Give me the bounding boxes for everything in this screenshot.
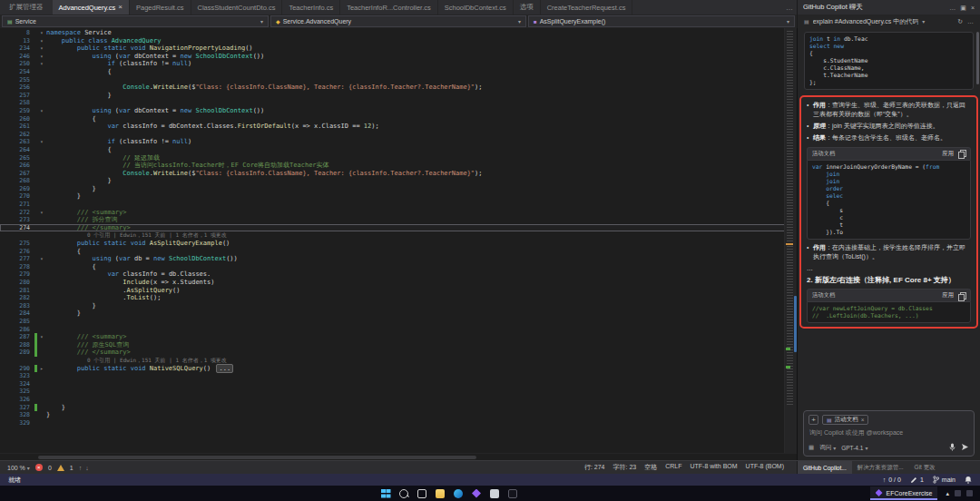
error-icon[interactable]: × xyxy=(35,464,43,471)
edge-icon[interactable] xyxy=(454,489,463,498)
zoom-select[interactable]: 100 %▾ xyxy=(7,465,30,471)
code-line[interactable]: 288 /// 原生SQL查询 xyxy=(0,341,797,349)
panel-tab[interactable]: Git 更改 xyxy=(909,461,941,474)
code-line[interactable]: 276 { xyxy=(0,248,797,256)
git-branch[interactable]: main xyxy=(933,476,956,484)
code-line[interactable]: 261 var classInfo = dbContext.Classes.Fi… xyxy=(0,123,797,131)
chevron-up-icon[interactable]: ▴ xyxy=(946,490,949,497)
panel-tab[interactable]: GitHub Copilot... xyxy=(798,461,852,474)
code-line[interactable]: 278 { xyxy=(0,263,797,271)
document-info-item[interactable]: 字符: 23 xyxy=(613,463,637,472)
code-line[interactable]: 262 xyxy=(0,131,797,139)
code-line[interactable]: 275 public static void AsSplitQueryExamp… xyxy=(0,240,797,248)
tab-overflow-icon[interactable]: … xyxy=(782,0,797,15)
task-view-icon[interactable] xyxy=(417,489,426,498)
search-icon[interactable] xyxy=(399,489,408,498)
code-line[interactable]: 267 Console.WriteLine($"Class: {classInf… xyxy=(0,170,797,178)
fold-icon[interactable]: ▾ xyxy=(37,44,46,53)
document-tab[interactable]: TeacherInfo.cs xyxy=(282,0,340,15)
add-context-button[interactable]: + xyxy=(808,415,818,425)
breadcrumb-member[interactable]: ■ AsSplitQueryExample() ▾ xyxy=(528,15,795,27)
error-count[interactable]: 0 xyxy=(48,465,52,471)
apply-button[interactable]: 应用 xyxy=(942,150,954,158)
tab-close-icon[interactable]: × xyxy=(118,4,122,11)
model-select[interactable]: GPT-4.1▾ xyxy=(841,445,867,451)
code-line[interactable]: 255 xyxy=(0,76,797,84)
code-line[interactable]: 284 } xyxy=(0,309,797,318)
code-line[interactable]: 326 xyxy=(0,396,797,404)
pending-edits[interactable]: 1 xyxy=(910,476,924,484)
code-line[interactable]: 328} xyxy=(0,411,797,419)
database-icon[interactable] xyxy=(490,489,499,498)
code-line[interactable]: 325 xyxy=(0,388,797,396)
visual-studio-icon[interactable] xyxy=(472,489,481,498)
fold-icon[interactable]: ▸ xyxy=(37,365,46,373)
code-line[interactable]: 329 xyxy=(0,419,797,427)
document-info-item[interactable]: UTF-8 (BOM) xyxy=(746,463,784,472)
code-line[interactable]: 234▾ public static void NavigationProper… xyxy=(0,44,797,53)
send-icon[interactable] xyxy=(961,443,969,452)
code-line[interactable]: 279 var classInfo = db.Classes. xyxy=(0,270,797,279)
code-line[interactable]: 282 .ToList(); xyxy=(0,294,797,302)
panel-tab[interactable]: 解决方案资源管... xyxy=(852,461,909,474)
fold-icon[interactable]: ▾ xyxy=(37,37,46,45)
code-line[interactable]: 269 } xyxy=(0,185,797,193)
document-tab[interactable]: AdvancedQuery.cs× xyxy=(53,0,130,15)
code-line[interactable]: 280 Include(x => x.Students) xyxy=(0,279,797,287)
fold-icon[interactable]: ▾ xyxy=(37,209,46,217)
code-line[interactable]: 254 { xyxy=(0,68,797,76)
breadcrumb-type[interactable]: ◆ Service.AdvancedQuery ▾ xyxy=(270,15,526,27)
minimap[interactable] xyxy=(784,28,797,453)
copy-icon[interactable] xyxy=(958,292,965,300)
codelens-info[interactable]: 0 个引用 | Edwin，151 天前 | 1 名作者，1 项更改 xyxy=(0,231,797,240)
warning-count[interactable]: 1 xyxy=(70,465,74,471)
document-info-item[interactable]: UTF-8 with BOM xyxy=(690,463,737,472)
fold-icon[interactable]: ▾ xyxy=(37,29,46,37)
code-line[interactable]: 273 /// 拆分查询 xyxy=(0,216,797,224)
code-line[interactable]: 277▾ using (var db = new SchoolDbContext… xyxy=(0,255,797,263)
copilot-prompt-row[interactable]: ▤ explain #AdvancedQuery.cs 中的代码 ▾ ↻ … xyxy=(797,15,980,28)
chevron-down-icon[interactable]: ▾ xyxy=(922,18,925,25)
scrollbar-thumb[interactable] xyxy=(38,456,476,459)
code-line[interactable]: 289 /// </summary> xyxy=(0,349,797,357)
panel-scrollbar-thumb[interactable] xyxy=(976,32,979,84)
active-document-chip[interactable]: ▤ 活动文档 × xyxy=(822,415,868,425)
terminal-icon[interactable] xyxy=(508,489,517,498)
document-info-item[interactable]: CRLF xyxy=(665,463,681,472)
code-line[interactable]: 272▾ /// <summary> xyxy=(0,209,797,217)
apply-button[interactable]: 应用 xyxy=(942,291,954,300)
fold-icon[interactable]: ▾ xyxy=(37,53,46,61)
mode-select[interactable]: 询问▾ xyxy=(819,444,836,452)
code-line[interactable]: 8▾namespace Service xyxy=(0,29,797,37)
copilot-chat-input[interactable]: + ▤ 活动文档 × 询问 Copilot 或使用 @workspace ▦ 询… xyxy=(803,410,975,457)
more-icon[interactable]: … xyxy=(949,5,956,11)
code-line[interactable]: 287▾ /// <summary> xyxy=(0,333,797,341)
code-line[interactable]: 324 xyxy=(0,380,797,388)
code-line[interactable]: 13▾ public class AdvancedQuery xyxy=(0,37,797,45)
tool-tab-extension-manager[interactable]: 扩展管理器 xyxy=(0,0,53,15)
document-info-item[interactable]: 行: 274 xyxy=(584,463,605,472)
document-tab[interactable]: SchoolDbContext.cs xyxy=(438,0,514,15)
network-icon[interactable] xyxy=(955,490,961,496)
code-line[interactable]: 274 /// </summary> xyxy=(0,224,797,232)
code-line[interactable]: 283 } xyxy=(0,302,797,310)
document-tab[interactable]: PagedResult.cs xyxy=(130,0,191,15)
code-line[interactable]: 263▾ if (classInfo != null) xyxy=(0,138,797,146)
fold-icon[interactable]: ▾ xyxy=(37,255,46,263)
code-line[interactable]: 258 xyxy=(0,99,797,107)
code-line[interactable]: 266 // 当访问classInfo.Teacher时，EF Core将自动加… xyxy=(0,162,797,170)
codelens-info[interactable]: 0 个引用 | Edwin，151 天前 | 1 名作者，1 项更改 xyxy=(0,357,797,365)
code-line[interactable]: 268 } xyxy=(0,177,797,185)
close-icon[interactable]: × xyxy=(971,5,975,11)
refresh-icon[interactable]: ↻ xyxy=(957,18,963,25)
code-line[interactable]: 285 xyxy=(0,318,797,326)
mic-icon[interactable] xyxy=(949,443,956,452)
copy-icon[interactable] xyxy=(958,150,965,157)
document-info-item[interactable]: 空格 xyxy=(644,463,657,472)
code-line[interactable]: 290▸ public static void NativeSQLQuery()… xyxy=(0,365,797,373)
file-explorer-icon[interactable] xyxy=(436,489,445,498)
code-line[interactable]: 256 Console.WriteLine($"Class: {classInf… xyxy=(0,84,797,92)
git-sync-status[interactable]: ↑0 / 0 xyxy=(883,476,901,483)
code-line[interactable]: 259▾ using (var dbContext = new SchoolDb… xyxy=(0,107,797,115)
fold-icon[interactable]: ▾ xyxy=(37,333,46,341)
